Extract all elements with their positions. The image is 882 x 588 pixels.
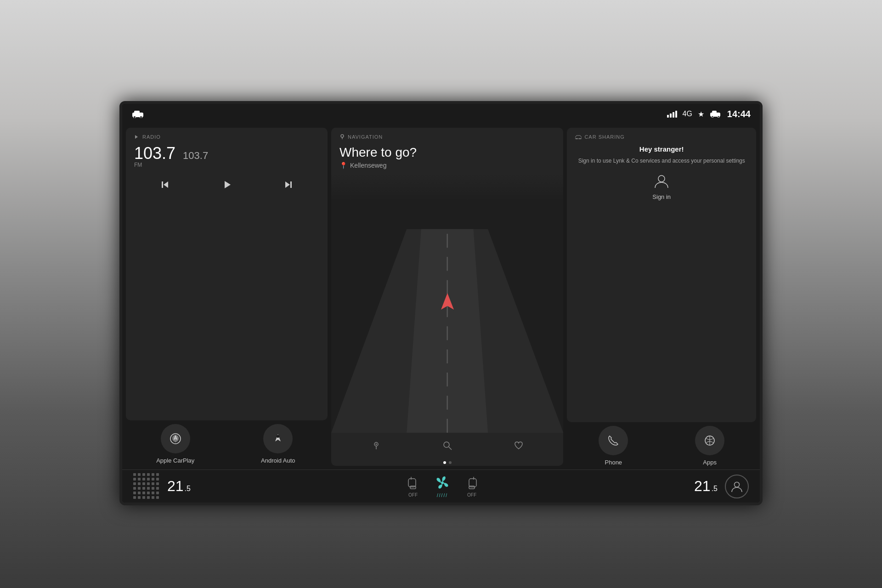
svg-point-3 (140, 116, 142, 119)
car-sharing-label: CAR SHARING (575, 134, 748, 140)
infotainment-screen: 4G ★ 14:44 (119, 101, 763, 505)
car-sharing-card[interactable]: CAR SHARING Hey stranger! Sign in to use… (567, 128, 756, 422)
svg-marker-23 (441, 293, 454, 310)
apple-carplay-icon (168, 431, 183, 446)
nav-direction-arrow (439, 292, 456, 311)
apple-carplay-label: Apple CarPlay (156, 457, 194, 464)
navigation-arrow (439, 292, 456, 314)
prev-track-button[interactable] (156, 175, 174, 194)
apple-carplay-button[interactable]: Apple CarPlay (126, 424, 225, 464)
climate-grid-icon[interactable] (133, 473, 160, 500)
play-button[interactable] (218, 175, 236, 194)
nav-search-button[interactable] (439, 437, 456, 454)
apps-icon (703, 434, 716, 447)
main-content-area: RADIO 103.7 FM 103.7 (122, 124, 760, 469)
svg-point-2 (134, 116, 136, 119)
right-panel: CAR SHARING Hey stranger! Sign in to use… (567, 128, 756, 466)
page-dot-2 (449, 461, 452, 464)
left-temp-decimal: .5 (185, 485, 191, 493)
right-temp-value: 21 (694, 478, 711, 495)
next-track-button[interactable] (279, 175, 298, 194)
frequency-value: 103.7 (134, 145, 175, 162)
screen-content: 4G ★ 14:44 (122, 104, 760, 503)
right-temp-display[interactable]: 21 .5 (694, 478, 718, 495)
svg-point-34 (441, 481, 444, 484)
climate-left: 21 .5 (133, 473, 191, 500)
android-auto-icon (271, 431, 285, 446)
climate-bar: 21 .5 OFF (122, 469, 760, 503)
svg-marker-12 (285, 181, 290, 188)
apple-carplay-icon-container (161, 424, 190, 453)
svg-line-27 (449, 447, 452, 450)
nav-title: Where to go? (339, 145, 555, 160)
android-auto-icon-container (263, 424, 293, 453)
radio-controls (134, 175, 319, 194)
nav-header: NAVIGATION Where to go? 📍 Kellenseweg (331, 128, 563, 174)
sign-in-section: Sign in (575, 172, 748, 200)
car-status-icon (131, 110, 144, 118)
nav-search-icon (442, 441, 452, 451)
frequency-band: FM (134, 162, 175, 168)
svg-rect-10 (162, 181, 163, 188)
profile-icon (730, 480, 743, 493)
radio-label: RADIO (134, 134, 319, 140)
navigation-panel[interactable]: NAVIGATION Where to go? 📍 Kellenseweg (331, 128, 563, 466)
car-sharing-title: Hey stranger! (575, 145, 748, 153)
radio-icon (134, 134, 140, 140)
page-dot-1 (443, 461, 446, 464)
nav-location-button[interactable] (368, 437, 384, 454)
car-sharing-icon (575, 135, 582, 139)
frequency-right: 103.7 (183, 150, 208, 162)
user-profile-icon (653, 173, 670, 190)
map-gradient (331, 174, 563, 201)
map-area[interactable] (331, 174, 563, 433)
climate-right: 21 .5 (694, 475, 749, 498)
android-auto-button[interactable]: Android Auto (229, 424, 328, 464)
left-seat-icon (407, 475, 419, 491)
clock: 14:44 (727, 109, 751, 119)
status-left (131, 110, 144, 118)
svg-point-16 (277, 435, 279, 438)
svg-point-26 (444, 442, 449, 447)
svg-point-37 (735, 482, 740, 487)
nav-location: 📍 Kellenseweg (339, 162, 555, 169)
left-temp-value: 21 (167, 478, 184, 495)
apps-button[interactable]: Apps (663, 426, 756, 466)
svg-point-6 (712, 116, 713, 118)
sign-in-label[interactable]: Sign in (652, 193, 671, 200)
phone-label: Phone (605, 459, 622, 466)
car-frame: 4G ★ 14:44 (0, 0, 882, 588)
svg-marker-8 (135, 135, 138, 139)
profile-button[interactable] (725, 475, 749, 498)
car-icon (710, 110, 722, 118)
location-dot-icon: 📍 (339, 162, 347, 169)
connectivity-buttons: Apple CarPlay Android Auto (126, 424, 328, 466)
apps-label: Apps (703, 459, 717, 466)
nav-heart-icon (514, 441, 524, 451)
left-seat-heat-control[interactable]: OFF (407, 475, 419, 498)
svg-point-30 (658, 175, 665, 182)
svg-rect-1 (134, 111, 140, 113)
left-temp-display[interactable]: 21 .5 (167, 478, 191, 495)
svg-marker-11 (225, 181, 231, 188)
phone-button[interactable]: Phone (567, 426, 660, 466)
left-panel: RADIO 103.7 FM 103.7 (126, 128, 328, 466)
svg-marker-9 (164, 181, 168, 188)
nav-card-label: NAVIGATION (339, 134, 555, 140)
right-seat-label: OFF (467, 492, 476, 498)
android-auto-label: Android Auto (261, 457, 295, 464)
page-indicator (331, 458, 563, 466)
fan-control[interactable]: ///// (434, 475, 451, 498)
apps-icon-container (695, 426, 724, 455)
svg-point-25 (375, 444, 377, 445)
connection-type-label: 4G (683, 110, 692, 118)
car-sharing-text: Sign in to use Lynk & Co services and ac… (575, 157, 748, 165)
right-seat-icon (465, 475, 478, 491)
left-seat-label: OFF (408, 492, 418, 498)
svg-point-28 (576, 138, 577, 140)
signal-bars-icon (667, 111, 677, 118)
right-seat-heat-control[interactable]: OFF (465, 475, 478, 498)
nav-favorites-button[interactable] (510, 437, 527, 454)
radio-card[interactable]: RADIO 103.7 FM 103.7 (126, 128, 328, 420)
svg-rect-13 (290, 181, 292, 188)
